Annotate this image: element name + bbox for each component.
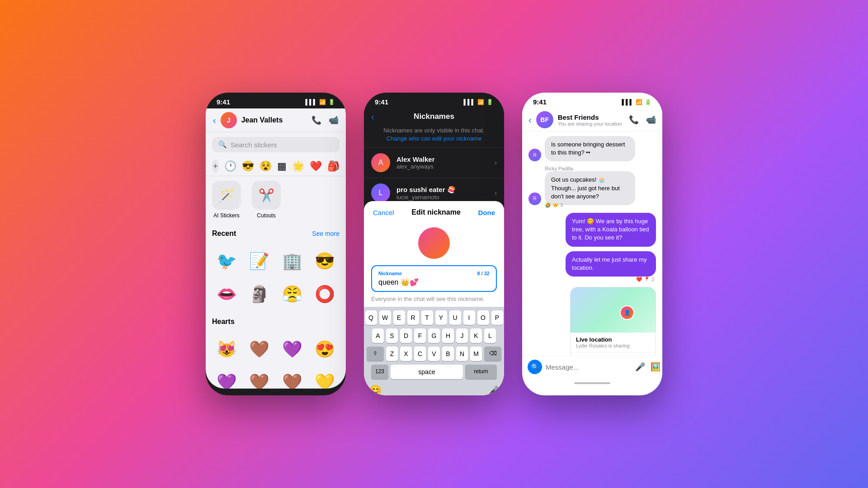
face2-tab[interactable]: 😵: [259, 160, 272, 172]
key-k[interactable]: K: [470, 328, 482, 343]
map-info: Live location Lydie Rosales is sharing: [571, 333, 656, 352]
heart-sticker-5[interactable]: 💜: [212, 368, 241, 389]
nickname-link[interactable]: Change who can edit your nickname: [387, 135, 481, 142]
key-u[interactable]: U: [449, 310, 461, 325]
bag-tab[interactable]: 🎒: [327, 160, 340, 172]
nickname-field[interactable]: Nickname 8 / 32 queen 👑💕: [371, 265, 497, 292]
live-location-card[interactable]: 👤 Live location Lydie Rosales is sharing…: [570, 287, 656, 356]
heart-sticker-6[interactable]: 🤎: [245, 368, 274, 389]
add-sticker-tab[interactable]: +: [212, 160, 219, 173]
person1-username: alex_anyways: [396, 163, 488, 170]
key-c[interactable]: C: [414, 347, 426, 361]
key-z[interactable]: Z: [386, 347, 398, 361]
delete-key[interactable]: ⌫: [484, 347, 501, 361]
message-2: R Got us cupcakes! 🧁 Though... just got …: [528, 171, 656, 205]
heart-sticker-1[interactable]: 😻: [212, 335, 241, 364]
map-view-button[interactable]: View: [571, 352, 656, 356]
face-tab[interactable]: 😎: [242, 160, 254, 172]
sticker-search-bar[interactable]: 🔍 Search stickers: [212, 137, 340, 152]
group-name: Best Friends: [558, 113, 624, 121]
see-more-button[interactable]: See more: [312, 230, 340, 237]
wifi-icon-3: 📶: [636, 99, 642, 105]
done-button[interactable]: Done: [478, 209, 495, 216]
key-q[interactable]: Q: [365, 310, 377, 325]
key-d[interactable]: D: [400, 328, 412, 343]
star-tab[interactable]: 🌟: [292, 160, 304, 172]
video-icon[interactable]: 📹: [329, 115, 339, 125]
phone-icon[interactable]: 📞: [311, 115, 321, 125]
heart-sticker-8[interactable]: 💛: [311, 368, 340, 389]
phone3-call-icon[interactable]: 📞: [629, 115, 639, 125]
signal-icon: ▌▌▌: [305, 99, 317, 105]
key-s[interactable]: S: [386, 328, 398, 343]
sticker-1[interactable]: 🐦: [212, 247, 241, 276]
battery-icon-3: 🔋: [645, 99, 651, 105]
field-label: Nickname: [378, 271, 402, 276]
edit-sheet-header: Cancel Edit nickname Done: [364, 201, 504, 221]
edit-avatar-area: [364, 221, 504, 265]
nickname-person-1[interactable]: A Alex Walker alex_anyways ›: [364, 147, 504, 178]
chat-input-bar: 🔍 🎤 🖼️ 😊: [522, 356, 662, 378]
key-p[interactable]: P: [491, 310, 503, 325]
image-input-icon[interactable]: 🖼️: [651, 362, 660, 372]
key-m[interactable]: M: [470, 347, 482, 361]
heart-tab[interactable]: ❤️: [310, 160, 322, 172]
field-value[interactable]: queen 👑💕: [378, 278, 490, 286]
phone-stickers: 9:41 ▌▌▌ 📶 🔋 ‹ J Jean Vallets 📞 📹 🔍 Sear…: [206, 93, 346, 395]
heart-sticker-3[interactable]: 💜: [278, 335, 307, 364]
sticker-3[interactable]: 🏢: [278, 247, 307, 276]
key-r[interactable]: R: [407, 310, 419, 325]
emoji-key[interactable]: 😊: [369, 385, 382, 395]
key-y[interactable]: Y: [435, 310, 447, 325]
status-icons-3: ▌▌▌ 📶 🔋: [622, 99, 651, 105]
sticker-8[interactable]: ⭕: [311, 280, 340, 309]
sticker-5[interactable]: 👄: [212, 280, 241, 309]
heart-sticker-2[interactable]: 🤎: [245, 335, 274, 364]
grid-tab[interactable]: ▦: [277, 160, 287, 172]
space-key[interactable]: space: [391, 365, 463, 379]
key-l[interactable]: L: [484, 328, 496, 343]
message-input[interactable]: [546, 363, 632, 371]
ai-sticker-row: 🪄 AI Stickers ✂️ Cutouts: [206, 176, 346, 225]
mic-input-icon[interactable]: 🎤: [635, 362, 645, 372]
kb-row-2: A S D F G H J K L: [366, 328, 502, 343]
back-button[interactable]: ‹: [213, 115, 216, 126]
key-v[interactable]: V: [428, 347, 440, 361]
recent-tab[interactable]: 🕐: [224, 160, 236, 172]
sticker-4[interactable]: 😎: [311, 247, 340, 276]
key-h[interactable]: H: [442, 328, 454, 343]
cancel-button[interactable]: Cancel: [373, 209, 394, 216]
mic-key[interactable]: 🎤: [489, 385, 499, 395]
cutouts-item[interactable]: ✂️ Cutouts: [252, 181, 281, 219]
phone3-video-icon[interactable]: 📹: [646, 115, 656, 125]
sticker-6[interactable]: 🗿: [245, 280, 274, 309]
sticker-2[interactable]: 📝: [245, 247, 274, 276]
key-f[interactable]: F: [414, 328, 426, 343]
chat-back-button[interactable]: ‹: [528, 115, 532, 125]
key-n[interactable]: N: [456, 347, 468, 361]
kb-bottom-row: 😊 🎤: [366, 383, 502, 395]
key-g[interactable]: G: [428, 328, 440, 343]
ai-stickers-item[interactable]: 🪄 AI Stickers: [212, 181, 241, 219]
message-1: R Is someone bringing dessert to this th…: [528, 136, 656, 161]
key-w[interactable]: W: [379, 310, 391, 325]
heart-sticker-7[interactable]: 🤎: [278, 368, 307, 389]
wifi-icon: 📶: [319, 99, 326, 105]
return-key[interactable]: return: [465, 365, 497, 379]
nicknames-back[interactable]: ‹: [371, 112, 374, 122]
numbers-key[interactable]: 123: [371, 365, 388, 379]
key-b[interactable]: B: [442, 347, 454, 361]
heart-sticker-4[interactable]: 😍: [311, 335, 340, 364]
map-subtitle: Lydie Rosales is sharing: [576, 343, 650, 348]
hearts-header: Hearts: [212, 318, 340, 326]
sticker-7[interactable]: 😤: [278, 280, 307, 309]
key-t[interactable]: T: [421, 310, 433, 325]
key-x[interactable]: X: [400, 347, 412, 361]
shift-key[interactable]: ⇧: [367, 347, 384, 361]
key-j[interactable]: J: [456, 328, 468, 343]
key-o[interactable]: O: [477, 310, 489, 325]
key-i[interactable]: I: [463, 310, 475, 325]
key-a[interactable]: A: [372, 328, 384, 343]
key-e[interactable]: E: [393, 310, 405, 325]
messenger-icon: 🔍: [528, 360, 542, 374]
